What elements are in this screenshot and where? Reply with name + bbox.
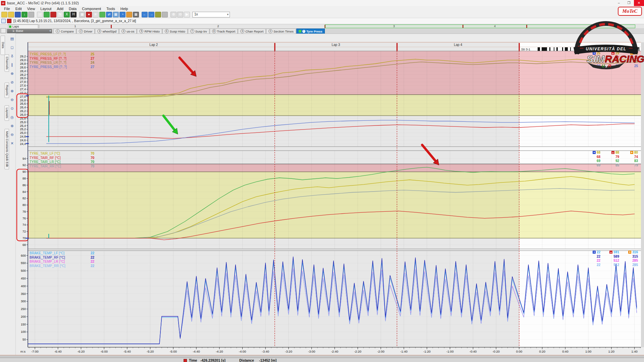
maximize-button[interactable]: ❐ bbox=[624, 0, 634, 6]
section-barcode bbox=[606, 47, 607, 51]
y-tick-label: 28,4 bbox=[20, 69, 26, 73]
next-lap-icon[interactable]: → bbox=[148, 12, 154, 17]
print-preview-icon[interactable]: ○ bbox=[37, 12, 43, 17]
stat-cell: 285 bbox=[619, 263, 638, 267]
zoom-x-in-icon[interactable]: ⊕ bbox=[9, 89, 15, 94]
delta-icon[interactable]: δ bbox=[9, 54, 15, 59]
tab-compare[interactable]: 1Compare bbox=[53, 29, 76, 34]
tab-susp-histo[interactable]: 6Susp Histo bbox=[162, 29, 188, 34]
time-distance-icon[interactable]: ◔ bbox=[119, 12, 126, 17]
alarm-icon[interactable]: ● bbox=[86, 12, 92, 17]
zoom-y-out-icon[interactable]: ◎ bbox=[9, 115, 15, 120]
zoom-time-in-icon[interactable]: ⊕ bbox=[9, 123, 15, 129]
y-tick-label: 26,6 bbox=[20, 102, 26, 105]
x-tick-label: -5:40 bbox=[123, 350, 131, 353]
open-workbook-icon[interactable] bbox=[8, 12, 14, 17]
max-icon: ▲ bbox=[611, 151, 614, 154]
menu-file[interactable]: File bbox=[1, 7, 13, 11]
menu-view[interactable]: View bbox=[24, 7, 38, 11]
tab-susp-trv[interactable]: 7Susp trv bbox=[188, 29, 209, 34]
tab-track-report[interactable]: 8Track Report bbox=[210, 29, 238, 34]
menu-help[interactable]: Help bbox=[118, 7, 131, 11]
sidebar-tab-layouts[interactable]: Layouts bbox=[4, 105, 9, 121]
menu-component[interactable]: Component bbox=[79, 7, 104, 11]
edit-worksheet-icon[interactable]: ✎ bbox=[57, 12, 63, 17]
new-workbook-icon[interactable] bbox=[1, 12, 7, 17]
components-icon[interactable] bbox=[126, 12, 132, 17]
print-icon[interactable] bbox=[28, 12, 34, 17]
title-bar: i2 base_ACC - MoTeC i2 Pro (x64) (1.1.5.… bbox=[0, 0, 644, 6]
stat-cell: 25 bbox=[619, 56, 638, 59]
tab-label: Track Report bbox=[217, 29, 236, 34]
stat-value: 74 bbox=[634, 155, 638, 159]
chart-area[interactable]: Lap 2Lap 3Lap 4Str 0-124,424,624,825,025… bbox=[15, 34, 644, 355]
x-tick-label: -4:00 bbox=[239, 350, 246, 353]
zoom-x-out-icon[interactable]: ⊖ bbox=[9, 97, 15, 103]
section-barcode bbox=[627, 47, 629, 51]
zoom-y-in-icon[interactable]: ⊙ bbox=[9, 106, 15, 111]
options-grid-icon[interactable]: ▦ bbox=[133, 12, 139, 17]
menu-edit[interactable]: Edit bbox=[13, 7, 24, 11]
layout-selector[interactable]: 1: Base bbox=[7, 29, 52, 33]
x-tick-label: -1:40 bbox=[400, 350, 408, 353]
sidebar-tab-channels[interactable]: Channels bbox=[4, 54, 9, 72]
zoom-off-icon[interactable]: ⊘ bbox=[9, 80, 15, 85]
tab-chan-report[interactable]: 9Chan Report bbox=[238, 29, 266, 34]
tab-wheelspd[interactable]: 3wheelSpd bbox=[95, 29, 119, 34]
prev-lap-icon[interactable]: ← bbox=[142, 12, 148, 17]
values-icon[interactable]: H bbox=[70, 12, 77, 17]
details-icon[interactable]: ≡ bbox=[93, 12, 99, 17]
play-icon[interactable]: ▶ bbox=[184, 12, 190, 17]
flag-icon[interactable] bbox=[50, 12, 56, 17]
excel-export-icon[interactable]: X bbox=[64, 12, 70, 17]
sidebar-tab-math[interactable]: Math Constants Quick Edit bbox=[4, 129, 9, 169]
sidebar-tab-data[interactable]: Data bbox=[0, 36, 5, 55]
window-title: base_ACC - MoTeC i2 Pro (x64) (1.1.5.192… bbox=[7, 1, 79, 5]
tab-us-os[interactable]: 4us-os bbox=[119, 29, 137, 34]
zoom-out-icon[interactable]: ⊖ bbox=[177, 12, 183, 17]
legend-channel-name: BRAKE_TEMP_LR [°C] bbox=[30, 260, 91, 263]
crosshair-icon[interactable]: ✕ bbox=[9, 141, 15, 146]
calc-grid-icon[interactable]: ▦ bbox=[79, 12, 85, 17]
close-button[interactable]: ✕ bbox=[634, 0, 644, 6]
menu-add[interactable]: Add bbox=[54, 7, 66, 11]
legend-cursor-value: 22 bbox=[91, 251, 102, 255]
tab-number: 9 bbox=[240, 29, 244, 33]
section-barcode bbox=[594, 47, 599, 51]
stat-cell: 69 bbox=[582, 163, 600, 167]
printer-icon[interactable]: ▤ bbox=[9, 36, 15, 42]
import-log-icon[interactable]: ↓ bbox=[21, 12, 28, 17]
track-report-icon[interactable] bbox=[44, 12, 50, 17]
zoom-cursor-icon[interactable]: ⊕ bbox=[9, 71, 15, 76]
overlay-swap-icon[interactable]: ⇄ bbox=[106, 12, 112, 17]
details-grid-icon[interactable] bbox=[1, 19, 6, 23]
stat-cell: 74 bbox=[619, 155, 638, 159]
tab-section-times[interactable]: 0Section Times bbox=[266, 29, 296, 34]
x-tick-label: -1:20 bbox=[423, 350, 431, 353]
save-icon[interactable] bbox=[15, 12, 21, 17]
marker-add-icon[interactable] bbox=[162, 12, 168, 17]
zoom-in-icon[interactable]: ⊕ bbox=[170, 12, 177, 17]
zoom-time-out-icon[interactable]: ⊖ bbox=[9, 132, 15, 138]
grid-icon[interactable]: ▦ bbox=[113, 12, 119, 17]
stats-row-TYRE_PRESS_RR: 242725 bbox=[582, 64, 638, 68]
y-tick-label: 68 bbox=[22, 243, 26, 247]
playback-speed-select[interactable]: 1x bbox=[192, 12, 230, 17]
sidebar-tab-reports[interactable]: Reports bbox=[4, 83, 9, 98]
y-tick-label: 28,6 bbox=[20, 66, 26, 69]
menu-data[interactable]: Data bbox=[66, 7, 79, 11]
preview-icon[interactable]: ◻ bbox=[9, 45, 15, 50]
section-barcode bbox=[617, 47, 620, 51]
marker-flag-icon[interactable] bbox=[155, 12, 161, 17]
legend-channel-name: TYRE_TAIR_LF [°C] bbox=[30, 152, 91, 155]
menu-tools[interactable]: Tools bbox=[104, 7, 118, 11]
layout-grid-icon[interactable] bbox=[1, 28, 6, 33]
parallel-icon[interactable]: ∥ bbox=[9, 62, 15, 68]
tab-driver[interactable]: 2Driver bbox=[77, 29, 95, 34]
tab-tyre-press-active[interactable]: Tyre Press bbox=[296, 29, 325, 34]
menu-layout[interactable]: Layout bbox=[38, 7, 54, 11]
legend-channel-name: TYRE_TAIR_RF [°C] bbox=[30, 156, 91, 160]
minimize-button[interactable]: – bbox=[614, 0, 624, 6]
tab-rpm-histo[interactable]: 5RPM Histo bbox=[137, 29, 162, 34]
track-map-icon[interactable] bbox=[99, 12, 105, 17]
